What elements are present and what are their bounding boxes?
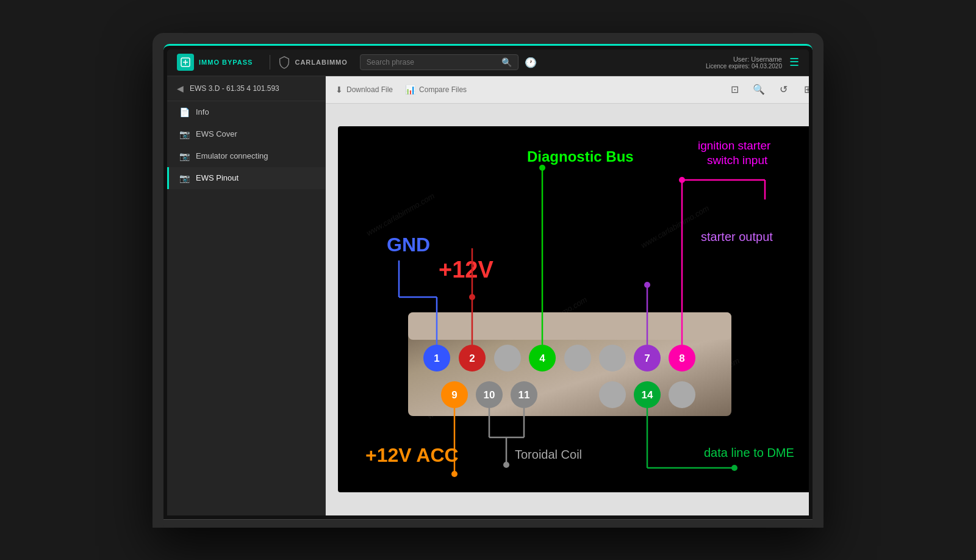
fit-screen-button[interactable]: ⊡ xyxy=(726,81,743,98)
logo-divider xyxy=(270,55,270,70)
download-icon: ⬇ xyxy=(336,85,343,95)
doc-icon: 📄 xyxy=(179,107,190,117)
sidebar-item-ews-cover[interactable]: 📷 EWS Cover xyxy=(167,123,325,145)
fullscreen-button[interactable]: ⊞ xyxy=(799,81,809,98)
pinout-diagram: www.carlabimmo.com www.carlabimmo.com ww… xyxy=(338,126,809,492)
menu-icon[interactable]: ☰ xyxy=(789,56,799,69)
svg-point-15 xyxy=(669,345,695,372)
svg-point-9 xyxy=(459,345,486,372)
svg-text:ignition starter: ignition starter xyxy=(698,139,771,152)
compare-icon: 📊 xyxy=(405,85,415,95)
svg-point-20 xyxy=(634,381,661,408)
svg-point-10 xyxy=(494,345,521,372)
content-area: ⬇ Download File 📊 Compare Files ⊡ 🔍 ↺ xyxy=(326,76,809,515)
svg-text:9: 9 xyxy=(451,389,457,401)
svg-point-54 xyxy=(451,471,458,477)
svg-text:Diagnostic Bus: Diagnostic Bus xyxy=(527,148,634,165)
svg-text:8: 8 xyxy=(679,353,684,364)
svg-text:14: 14 xyxy=(642,389,653,401)
svg-text:+12V: +12V xyxy=(439,257,493,282)
search-input[interactable] xyxy=(367,58,497,66)
sidebar: ◀ EWS 3.D - 61.35 4 101.593 📄 Info 📷 EWS… xyxy=(167,76,326,515)
svg-text:10: 10 xyxy=(484,389,495,401)
logo-text: IMMO BYPASS xyxy=(199,59,253,66)
top-bar-right: User: Username Licence expires: 04.03.20… xyxy=(706,56,799,70)
reset-button[interactable]: ↺ xyxy=(775,81,792,98)
svg-point-13 xyxy=(599,345,626,372)
compare-button[interactable]: 📊 Compare Files xyxy=(405,85,467,95)
cam-icon-3: 📷 xyxy=(179,173,190,183)
svg-point-16 xyxy=(441,381,468,408)
svg-text:www.carlabimmo.com: www.carlabimmo.com xyxy=(639,203,711,249)
svg-text:+12V ACC: +12V ACC xyxy=(365,444,459,466)
main-layout: ◀ EWS 3.D - 61.35 4 101.593 📄 Info 📷 EWS… xyxy=(167,76,809,515)
user-name-label: User: Username xyxy=(706,56,782,63)
sidebar-back-button[interactable]: ◀ EWS 3.D - 61.35 4 101.593 xyxy=(167,76,325,101)
svg-text:2: 2 xyxy=(469,353,475,364)
sidebar-item-pinout[interactable]: 📷 EWS Pinout xyxy=(167,167,325,189)
sidebar-label-emulator: Emulator connecting xyxy=(196,151,268,160)
search-area: 🔍 🕐 xyxy=(360,54,694,70)
download-button[interactable]: ⬇ Download File xyxy=(336,85,393,95)
search-box: 🔍 xyxy=(360,54,518,70)
svg-text:www.carlabimmo.com: www.carlabimmo.com xyxy=(517,295,589,341)
svg-text:data line to DME: data line to DME xyxy=(704,446,794,459)
svg-point-21 xyxy=(669,381,695,408)
svg-text:www.carlabimmo.com: www.carlabimmo.com xyxy=(670,356,741,402)
svg-point-37 xyxy=(469,294,475,300)
svg-rect-6 xyxy=(408,312,731,416)
toolbar-right: ⊡ 🔍 ↺ ⊞ xyxy=(726,81,809,98)
svg-text:www.carlabimmo.com: www.carlabimmo.com xyxy=(426,374,497,420)
svg-point-41 xyxy=(539,165,545,171)
svg-point-44 xyxy=(644,282,650,288)
partner-logo: CARLABIMMO xyxy=(278,56,347,69)
svg-text:GND: GND xyxy=(387,234,430,256)
sidebar-label-ews-cover: EWS Cover xyxy=(196,129,237,138)
partner-name: CARLABIMMO xyxy=(295,59,347,66)
svg-point-48 xyxy=(679,177,685,183)
toolbar: ⬇ Download File 📊 Compare Files ⊡ 🔍 ↺ xyxy=(326,76,809,104)
sidebar-item-emulator[interactable]: 📷 Emulator connecting xyxy=(167,145,325,167)
svg-text:www.carlabimmo.com: www.carlabimmo.com xyxy=(365,191,436,237)
svg-point-8 xyxy=(423,345,450,372)
sidebar-item-info[interactable]: 📄 Info xyxy=(167,101,325,123)
search-icon[interactable]: 🔍 xyxy=(501,57,512,67)
svg-rect-7 xyxy=(408,312,731,340)
history-icon[interactable]: 🕐 xyxy=(525,57,537,68)
logo-area: IMMO BYPASS xyxy=(177,54,253,71)
svg-point-12 xyxy=(564,345,591,372)
top-bar: IMMO BYPASS CARLABIMMO 🔍 🕐 xyxy=(167,49,809,76)
svg-text:11: 11 xyxy=(518,389,530,401)
cam-icon-1: 📷 xyxy=(179,129,190,139)
user-info: User: Username Licence expires: 04.03.20… xyxy=(706,56,782,70)
sidebar-back-label: EWS 3.D - 61.35 4 101.593 xyxy=(190,84,279,93)
cam-icon-2: 📷 xyxy=(179,151,190,161)
svg-text:switch input: switch input xyxy=(707,154,768,167)
svg-text:7: 7 xyxy=(644,353,650,364)
app-logo-icon xyxy=(177,54,194,71)
svg-text:starter output: starter output xyxy=(701,230,773,243)
svg-text:1: 1 xyxy=(434,353,439,364)
svg-point-60 xyxy=(503,462,509,468)
svg-point-18 xyxy=(511,381,537,408)
app-window: IMMO BYPASS CARLABIMMO 🔍 🕐 xyxy=(167,49,809,515)
svg-point-14 xyxy=(634,345,661,372)
laptop-frame: IMMO BYPASS CARLABIMMO 🔍 🕐 xyxy=(152,33,824,528)
sidebar-label-pinout: EWS Pinout xyxy=(196,173,239,182)
zoom-out-button[interactable]: 🔍 xyxy=(750,81,767,98)
svg-point-19 xyxy=(599,381,626,408)
svg-point-11 xyxy=(529,345,556,372)
image-viewer: www.carlabimmo.com www.carlabimmo.com ww… xyxy=(326,104,809,515)
svg-text:Toroidal Coil: Toroidal Coil xyxy=(515,448,582,461)
svg-point-64 xyxy=(731,465,737,471)
screen-bezel: IMMO BYPASS CARLABIMMO 🔍 🕐 xyxy=(163,44,813,519)
back-arrow-icon: ◀ xyxy=(177,84,184,93)
licence-text: Licence expires: 04.03.2020 xyxy=(706,63,782,70)
svg-text:4: 4 xyxy=(539,353,545,364)
sidebar-label-info: Info xyxy=(196,107,209,117)
svg-point-17 xyxy=(476,381,503,408)
